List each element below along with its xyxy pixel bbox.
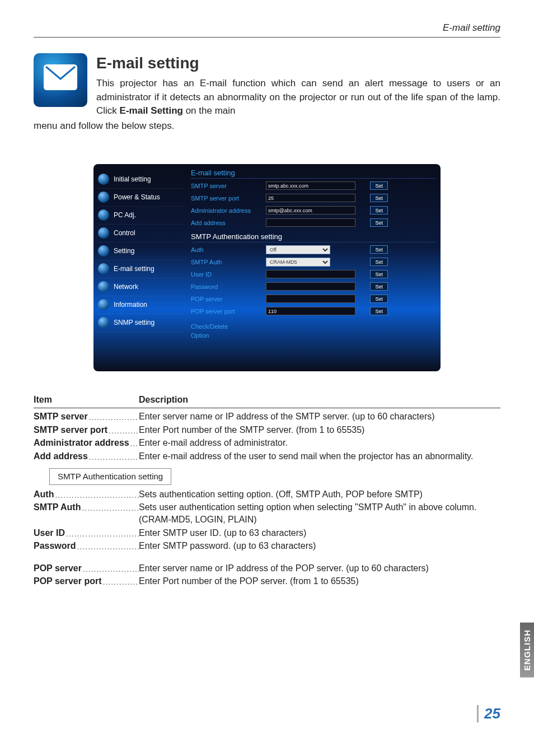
page-number: 25 [477,705,500,722]
intro-text-2: on the main [183,105,236,116]
intro-continuation: menu and follow the below steps. [34,118,500,133]
sidebar-item[interactable]: Initial setting [98,171,184,189]
field-label: Auth [191,246,263,253]
leader-dots: ........................................… [77,542,139,554]
item-term: SMTP server [34,410,88,423]
breadcrumb-header: E-mail setting [34,22,500,38]
check-delete-link[interactable]: Check/Delete [191,322,258,331]
sidebar-item[interactable]: Power & Status [98,189,184,207]
set-button[interactable]: Set [370,282,388,291]
form-row: SMTP serverSet [191,180,436,192]
set-button[interactable]: Set [370,218,388,227]
sidebar-icon [98,263,109,274]
select-input[interactable]: Off [266,245,330,254]
select-input[interactable]: CRAM-MD5 [266,258,330,267]
text-input[interactable] [266,307,355,315]
sidebar-item[interactable]: Information [98,296,184,314]
field-label: SMTP server port [191,195,263,202]
item-description: Sets authentication setting option. (Off… [139,488,500,501]
sidebar-item-label: SNMP setting [114,319,154,326]
sub-heading-smtp-auth: SMTP Authentication setting [49,468,171,485]
sidebar-item[interactable]: PC Adj. [98,207,184,225]
sidebar-item-label: Information [114,301,147,309]
leader-dots: ........................................… [103,577,139,589]
item-description: Enter Port number of the POP server. (fr… [139,575,500,587]
form-row: SMTP server portSet [191,192,436,204]
text-input[interactable] [266,206,355,214]
settings-content: E-mail setting SMTP serverSetSMTP server… [188,169,441,365]
form-row: PasswordSet [191,281,436,293]
desc-row: User ID.................................… [34,527,500,539]
field-label: Administrator address [191,207,263,214]
item-term: Password [34,540,76,552]
form-row: SMTP AuthCRAM-MD5Set [191,256,436,268]
field-label: Password [191,283,263,290]
item-term: SMTP server port [34,424,107,436]
item-term: SMTP Auth [34,501,81,514]
field-label: SMTP Auth [191,259,263,265]
sidebar-icon [98,299,109,310]
leader-dots: ........................................… [89,452,139,464]
field-label: SMTP server [191,183,263,189]
column-header-description: Description [139,394,188,406]
section2-title: SMTP Authentication setting [191,232,436,242]
column-header-item: Item [34,394,139,406]
sidebar-icon [98,209,109,221]
sidebar-item-label: PC Adj. [114,211,136,219]
sidebar-item-label: Setting [114,247,134,255]
sidebar-item-label: Network [114,283,138,291]
leader-dots: ........................................… [89,412,139,424]
text-input[interactable] [266,270,355,278]
set-button[interactable]: Set [370,194,388,202]
text-input[interactable] [266,282,355,291]
text-input[interactable] [266,218,355,227]
field-label: POP server port [191,308,263,315]
item-description: Enter SMTP user ID. (up to 63 characters… [139,527,500,539]
text-input[interactable] [266,194,355,202]
desc-row: Auth....................................… [34,488,500,501]
set-button[interactable]: Set [370,258,388,266]
item-description: Enter e-mail address of administrator. [139,437,500,449]
sidebar-item[interactable]: E-mail setting [98,260,184,278]
item-description: Enter Port number of the SMTP server. (f… [139,424,500,436]
form-row: Add addressSet [191,217,436,229]
sidebar-item[interactable]: Network [98,278,184,296]
email-icon [34,53,87,107]
leader-dots: ........................................… [55,490,139,502]
sidebar-item-label: Initial setting [114,175,151,183]
sidebar-item[interactable]: Setting [98,242,184,260]
item-term: Auth [34,488,54,501]
set-button[interactable]: Set [370,295,388,303]
form-row: Administrator addressSet [191,204,436,217]
item-description: Enter e-mail address of the user to send… [139,450,500,463]
intro-bold: E-mail Setting [120,105,183,116]
sidebar-item[interactable]: Control [98,225,184,242]
set-button[interactable]: Set [370,245,388,254]
text-input[interactable] [266,295,355,303]
set-button[interactable]: Set [370,181,388,190]
item-term: Administrator address [34,437,129,449]
field-label: Add address [191,220,263,226]
form-row: POP serverSet [191,293,436,305]
section1-title: E-mail setting [191,169,436,179]
leader-dots: ........................................… [130,438,139,451]
desc-row: SMTP Auth...............................… [34,501,500,525]
intro-paragraph: This projector has an E-mail function wh… [34,77,500,118]
set-button[interactable]: Set [370,307,388,315]
desc-row: SMTP server.............................… [34,410,500,423]
sidebar-icon [98,245,109,256]
option-link[interactable]: Option [191,331,258,340]
leader-dots: ........................................… [109,426,139,438]
form-row: POP server portSet [191,305,436,318]
sidebar-icon [98,281,109,292]
desc-row: Add address.............................… [34,450,500,463]
sidebar-icon [98,227,109,239]
set-button[interactable]: Set [370,270,388,278]
sidebar-item[interactable]: SNMP setting [98,314,184,332]
text-input[interactable] [266,181,355,190]
leader-dots: ........................................… [82,503,139,515]
desc-row: Administrator address...................… [34,437,500,449]
sidebar-item-label: E-mail setting [114,265,154,273]
set-button[interactable]: Set [370,206,388,214]
leader-dots: ........................................… [83,564,139,576]
